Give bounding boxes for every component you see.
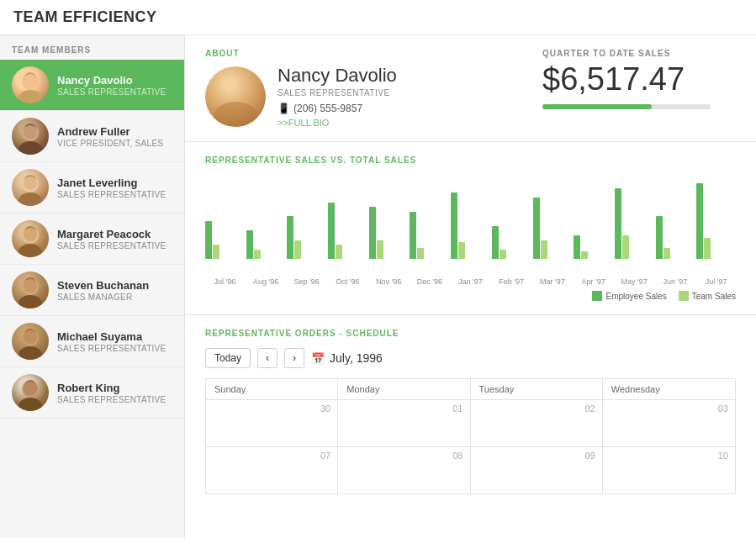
svg-point-22: [19, 346, 42, 360]
calendar-month-label: 📅 July, 1996: [311, 351, 383, 365]
x-label: Feb '97: [492, 277, 531, 286]
profile-role: SALES REPRESENTATIVE: [278, 88, 397, 98]
bar-employee-3: [328, 203, 335, 260]
svg-point-27: [24, 382, 37, 395]
chart-group-8: [533, 198, 573, 259]
svg-point-11: [24, 177, 37, 190]
bar-employee-10: [615, 188, 621, 259]
phone-icon: 📱: [278, 103, 290, 114]
next-button[interactable]: ›: [284, 348, 304, 368]
qtd-amount: $6,517.47: [542, 61, 736, 98]
cal-cell-09: 09: [471, 447, 603, 493]
bar-team-10: [622, 235, 629, 259]
member-name-margaret: Margaret Peacock: [57, 228, 172, 240]
chart-x-labels: Jul '96Aug '96Sep '96Oct '96Nov '96Dec '…: [205, 277, 736, 286]
bar-team-2: [294, 240, 301, 260]
calendar-section: REPRESENTATIVE ORDERS - SCHEDULE Today ‹…: [185, 315, 756, 508]
cal-day-num: 10: [610, 451, 728, 461]
member-name-steven: Steven Buchanan: [57, 279, 172, 292]
chart-area: [205, 175, 736, 276]
avatar-andrew: [12, 118, 49, 155]
chart-group-1: [246, 230, 286, 259]
profile-name: Nancy Davolio: [278, 65, 397, 87]
today-button[interactable]: Today: [205, 348, 251, 368]
cal-day-num: 01: [345, 403, 463, 414]
x-label: Nov '96: [369, 277, 409, 286]
x-label: Aug '96: [246, 277, 286, 286]
member-role-nancy: SALES REPRESENTATIVE: [57, 87, 172, 97]
cal-cell-08: 08: [338, 447, 470, 493]
cal-header-monday: Monday: [338, 379, 470, 399]
bar-team-3: [336, 245, 342, 259]
svg-point-14: [19, 244, 42, 257]
cal-day-num: 07: [213, 451, 330, 461]
svg-point-15: [24, 228, 37, 241]
about-label: ABOUT: [205, 49, 517, 58]
chart-legend: Employee Sales Team Sales: [205, 291, 736, 301]
full-bio-link[interactable]: >>FULL BIO: [278, 118, 397, 128]
cal-header-tuesday: Tuesday: [471, 379, 603, 399]
x-label: Oct '96: [328, 277, 367, 286]
profile-phone: 📱 (206) 555-9857: [278, 103, 397, 114]
legend-team: Team Sales: [679, 291, 736, 301]
cal-day-num: 02: [478, 403, 595, 414]
member-role-robert: SALES REPRESENTATIVE: [57, 395, 172, 404]
chart-section: REPRESENTATIVE SALES VS. TOTAL SALES Jul…: [185, 142, 756, 315]
bar-team-12: [704, 238, 711, 259]
bar-employee-12: [696, 183, 703, 259]
sidebar-item-nancy[interactable]: Nancy Davolio SALES REPRESENTATIVE: [0, 60, 184, 111]
chart-group-3: [328, 203, 367, 260]
bar-employee-0: [205, 221, 212, 259]
avatar-janet: [12, 169, 49, 206]
sidebar-item-robert[interactable]: Robert King SALES REPRESENTATIVE: [0, 367, 184, 419]
chart-group-9: [574, 235, 613, 259]
cal-day-num: 30: [213, 403, 330, 414]
cal-cell-02: 02: [471, 400, 603, 446]
bar-employee-2: [287, 216, 293, 259]
qtd-label: QUARTER TO DATE SALES: [542, 49, 736, 58]
bar-employee-6: [451, 192, 457, 259]
prev-button[interactable]: ‹: [257, 348, 278, 368]
chart-group-6: [451, 192, 490, 259]
progress-bar-fill: [542, 104, 652, 109]
cal-cell-01: 01: [338, 400, 470, 446]
bar-team-1: [254, 250, 261, 259]
x-label: Jul '96: [205, 277, 245, 286]
app-title: TEAM EFFICIENCY: [13, 8, 157, 25]
x-label: May '97: [615, 277, 654, 286]
avatar-michael: [12, 323, 49, 360]
member-role-steven: SALES MANAGER: [57, 293, 172, 302]
svg-point-18: [19, 295, 42, 308]
member-name-nancy: Nancy Davolio: [57, 74, 172, 87]
sidebar-item-margaret[interactable]: Margaret Peacock SALES REPRESENTATIVE: [0, 214, 184, 265]
bar-team-7: [500, 250, 506, 259]
cal-row-0: 30010203: [206, 400, 735, 447]
bar-employee-11: [656, 216, 663, 259]
svg-point-19: [24, 279, 37, 293]
bar-team-4: [377, 240, 383, 260]
x-label: Dec '96: [410, 277, 449, 286]
cal-day-num: 03: [610, 403, 728, 414]
svg-point-26: [19, 398, 42, 411]
sidebar: TEAM MEMBERS Nancy Davolio SALES REPRESE…: [0, 35, 185, 538]
chart-group-7: [492, 226, 531, 259]
legend-employee: Employee Sales: [592, 291, 666, 301]
sidebar-item-michael[interactable]: Michael Suyama SALES REPRESENTATIVE: [0, 316, 184, 367]
member-role-margaret: SALES REPRESENTATIVE: [57, 241, 172, 250]
chart-group-5: [410, 212, 449, 259]
sidebar-item-andrew[interactable]: Andrew Fuller VICE PRESIDENT, SALES: [0, 111, 184, 162]
chart-group-11: [656, 216, 695, 259]
svg-point-23: [24, 330, 37, 344]
x-label: Jul '97: [696, 277, 736, 286]
x-label: Jan '97: [451, 277, 490, 286]
cal-cell-07: 07: [206, 447, 338, 493]
member-name-andrew: Andrew Fuller: [57, 125, 172, 138]
sidebar-item-janet[interactable]: Janet Leverling SALES REPRESENTATIVE: [0, 162, 184, 214]
chart-group-4: [369, 207, 409, 259]
chart-group-12: [696, 183, 736, 259]
cal-day-num: 09: [478, 451, 595, 461]
member-name-robert: Robert King: [57, 382, 172, 394]
chart-group-0: [205, 221, 245, 259]
sidebar-item-steven[interactable]: Steven Buchanan SALES MANAGER: [0, 265, 184, 316]
avatar-steven: [12, 272, 49, 308]
